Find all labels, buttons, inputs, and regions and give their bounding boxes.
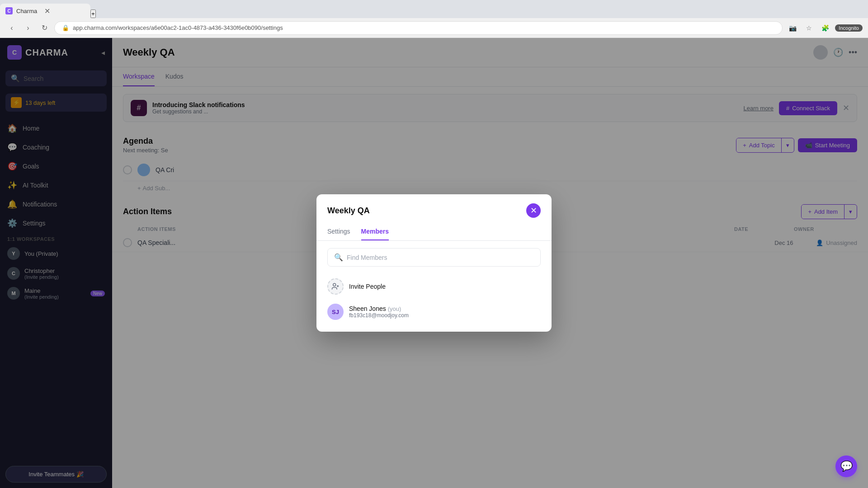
member-name-sheen: Sheen Jones (you) [349, 305, 541, 312]
bookmark-icon[interactable]: ☆ [802, 22, 815, 34]
member-email-sheen: fb193c18@moodjoy.com [349, 312, 541, 319]
address-bar[interactable]: 🔒 app.charma.com/workspaces/a6e00ac2-1ac… [54, 21, 783, 35]
invite-avatar [327, 278, 344, 295]
url-text: app.charma.com/workspaces/a6e00ac2-1ac0-… [73, 24, 283, 31]
modal-overlay[interactable]: Weekly QA ✕ Settings Members 🔍 [0, 38, 868, 488]
tab-title: Charma [16, 8, 37, 14]
favicon: C [5, 7, 13, 14]
modal-header: Weekly QA ✕ [316, 194, 552, 218]
new-tab-button[interactable]: + [90, 9, 96, 18]
back-button[interactable]: ‹ [5, 22, 18, 34]
tab-bar: C Charma ✕ + [0, 0, 868, 18]
modal-close-button[interactable]: ✕ [526, 203, 541, 218]
lock-icon: 🔒 [62, 24, 69, 31]
chat-icon: 💬 [840, 460, 853, 472]
chat-fab-button[interactable]: 💬 [835, 455, 857, 477]
modal-body: 🔍 Invite People SJ [316, 241, 552, 332]
modal-tabs: Settings Members [316, 223, 552, 241]
incognito-badge: Incognito [835, 24, 863, 32]
you-badge: (you) [388, 305, 401, 312]
member-name-text: Sheen Jones [349, 305, 386, 312]
search-icon: 🔍 [334, 253, 343, 262]
browser-tab-charma[interactable]: C Charma ✕ [0, 4, 90, 18]
member-search-container[interactable]: 🔍 [327, 248, 541, 267]
svg-point-0 [333, 283, 336, 286]
modal-dialog: Weekly QA ✕ Settings Members 🔍 [316, 194, 552, 332]
browser-nav-icons: 📷 ☆ 🧩 Incognito [786, 22, 863, 34]
member-info-sheen: Sheen Jones (you) fb193c18@moodjoy.com [349, 305, 541, 319]
member-row-sheen: SJ Sheen Jones (you) fb193c18@moodjoy.co… [327, 299, 541, 324]
modal-tab-settings[interactable]: Settings [327, 223, 350, 240]
member-avatar-sheen: SJ [327, 304, 344, 320]
tab-close-button[interactable]: ✕ [44, 7, 50, 15]
invite-name: Invite People [349, 283, 541, 290]
screenshot-icon[interactable]: 📷 [786, 22, 799, 34]
invite-people-row[interactable]: Invite People [327, 274, 541, 299]
browser-nav: ‹ › ↻ 🔒 app.charma.com/workspaces/a6e00a… [0, 18, 868, 38]
forward-button[interactable]: › [22, 22, 34, 34]
extensions-icon[interactable]: 🧩 [819, 22, 831, 34]
browser-chrome: C Charma ✕ + ‹ › ↻ 🔒 app.charma.com/work… [0, 0, 868, 38]
invite-info: Invite People [349, 283, 541, 290]
modal-tab-members[interactable]: Members [361, 223, 389, 240]
modal-title: Weekly QA [327, 206, 370, 216]
member-search-input[interactable] [347, 254, 534, 261]
reload-button[interactable]: ↻ [38, 22, 51, 34]
